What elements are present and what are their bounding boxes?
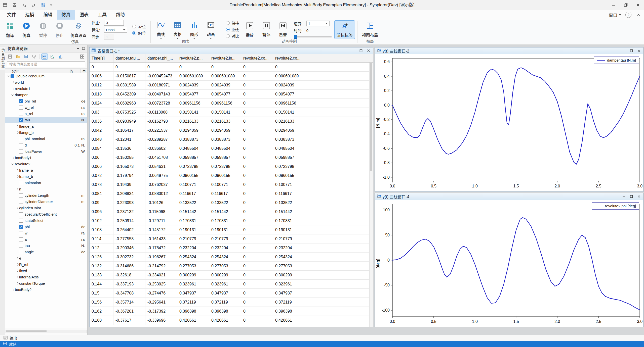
minimize-button[interactable] [350,47,357,54]
variable-checkbox[interactable] [19,237,23,241]
maximize-button[interactable] [628,193,635,200]
tree-item-a[interactable]: ara [5,236,87,242]
table-row[interactable]: 0.12-0.290346-0.1784720.2322040.23220400… [90,243,369,253]
plot-svg[interactable]: 0.00.51.01.52.02.53.00.60.40.20.0-0.2-0.… [375,54,643,191]
sync-input[interactable]: 1 [104,34,114,40]
undo-icon[interactable] [21,2,27,8]
tree-item-frame_a[interactable]: frame_a [5,167,87,173]
expander-icon[interactable] [15,280,19,286]
tree-item-internalAxis[interactable]: internalAxis [5,274,87,280]
expander-icon[interactable] [11,92,15,98]
bits64-radio[interactable]: 64位 [132,30,146,36]
simulation-settings-button[interactable]: 仿真设置 [68,21,89,39]
algorithm-select[interactable]: Dassl [104,27,127,33]
plot-svg[interactable]: 0.00.51.01.52.02.53.0100500-50-100 [375,200,643,327]
expander-icon[interactable] [15,261,19,268]
tree-item-stateSelect[interactable]: stateSelect [5,217,87,224]
variable-checkbox[interactable] [19,106,23,110]
menu-item-仿真[interactable]: 仿真 [57,10,75,20]
column-header[interactable]: damper.tau ... [113,54,145,62]
minimize-button[interactable] [620,47,628,54]
expander-icon[interactable] [11,161,15,167]
table-row[interactable]: 0.102-0.250914-0.1297110.1703310.1703310… [90,216,369,225]
tree-item-R_rel[interactable]: R_rel [5,261,87,268]
variable-checkbox[interactable] [19,193,23,197]
tree-item-phi[interactable]: phide [5,224,87,230]
tree-item-flange_b[interactable]: flange_b [5,129,87,136]
variable-checkbox[interactable] [19,219,23,223]
expander-icon[interactable] [15,129,19,136]
variable-checkbox[interactable] [19,118,23,122]
bar-plot-icon[interactable] [58,54,64,59]
view-layout-button[interactable]: 视图布局 [360,21,380,39]
table-row[interactable]: 0.144-0.337193-0.2539250.3239610.3239610… [90,280,369,289]
expander-icon[interactable] [15,173,19,180]
close-button[interactable] [635,193,643,200]
tree-item-damper[interactable]: damper [5,92,87,98]
cursor-label-button[interactable]: A 游标标签 [335,21,355,39]
panel-horizontal-scrollbar[interactable] [6,330,87,333]
tree-item-fixed[interactable]: fixed [5,268,87,274]
variable-checkbox[interactable] [19,250,23,254]
variable-checkbox[interactable] [19,143,23,147]
table-row[interactable]: 0.072-0.179794-0.06497750.08601550.08601… [90,171,369,180]
variable-checkbox[interactable] [19,99,23,103]
tree-item-w[interactable]: wra [5,230,87,236]
tree-item-phi_nominal[interactable]: phi_nominalra [5,136,87,142]
tree-item-world[interactable]: world [5,79,87,85]
expander-icon[interactable] [15,205,19,211]
table-row[interactable]: 0.162-0.367201-0.3173920.3963980.3963980… [90,307,369,316]
tree-item-DoublePendulum[interactable]: DoublePendulum [5,73,87,79]
column-header[interactable]: revolute2.p... [177,54,209,62]
float-panel-icon[interactable] [82,45,85,53]
table-row[interactable]: 0.156-0.357714-0.2956410.3721190.3721190… [90,298,369,307]
pause-animation-button[interactable]: 暂停 [259,21,274,39]
maximize-button[interactable] [357,47,365,54]
curve-button[interactable]: 曲线 [153,21,169,39]
tree-item-angle[interactable]: anglede [5,249,87,255]
close-button[interactable] [635,47,643,54]
tree-item-frame_b[interactable]: frame_b [5,173,87,180]
table-row[interactable]: 0.018-0.0452309-0.004071430.00540770.005… [90,90,369,99]
table-row[interactable]: 0.078-0.19439-0.07620370.1007710.1007710… [90,180,369,189]
table-vertical-scrollbar[interactable] [369,63,373,327]
table-row[interactable]: 0.042-0.105417-0.02215370.02940590.02940… [90,126,369,135]
variable-checkbox[interactable] [19,181,23,185]
tree-item-tau[interactable]: tauN. [5,242,87,249]
table-row[interactable]: 0.132-0.314686-0.2147920.2770530.2770530… [90,262,369,271]
menu-item-图表[interactable]: 图表 [75,10,93,20]
close-button[interactable] [632,0,644,10]
column-header[interactable]: revolute2.in... [209,54,241,62]
tree-item-revolute2[interactable]: revolute2 [5,161,87,167]
reset-animation-button[interactable]: 重置 [275,21,291,39]
export-result-icon[interactable] [31,54,37,59]
minimize-button[interactable] [608,0,620,10]
scrollbar-thumb[interactable] [370,63,372,171]
table-row[interactable]: 0.168-0.37617-0.3396960.4206610.42066100… [90,316,369,325]
table-row[interactable]: 0.006-0.0150817-0.0004524730.0006010890.… [90,72,369,81]
save-icon[interactable] [12,2,18,8]
redraw-radio[interactable]: 重绘 [226,27,239,32]
scatter-plot-icon[interactable] [50,54,56,59]
tree-item-lossPower[interactable]: lossPowerW [5,148,87,155]
tree-item-tau[interactable]: tauN. [5,117,87,123]
scrollbar-thumb[interactable] [6,330,47,332]
simulation-browser-vertical-tab[interactable]: 仿真浏览器 [0,47,5,70]
new-result-icon[interactable] [7,54,13,59]
variable-checkbox[interactable] [19,244,23,248]
tree-item-constantTorque[interactable]: constantTorque [5,280,87,286]
app-menu-icon[interactable] [2,2,8,8]
help-icon[interactable]: ? [625,12,631,18]
table-row[interactable]: 0.036-0.0903949-0.01627930.02161330.0216… [90,117,369,126]
play-animation-button[interactable]: 播放 [242,21,258,39]
table-row[interactable]: 0.012-0.0301589-0.001809710.00240390.002… [90,81,369,90]
tree-item-w_rel[interactable]: w_relra [5,104,87,111]
animation-button[interactable]: 动画 [203,21,219,39]
table-row[interactable]: 0.024-0.0602963-0.007237280.009611560.00… [90,99,369,108]
table-row[interactable]: 0.114-0.277558-0.1614330.2107790.2107790… [90,234,369,243]
tree-item-boxBody1[interactable]: boxBody1 [5,155,87,161]
redo-icon[interactable] [31,2,37,8]
stop-time-input[interactable]: 3 [104,20,124,26]
table-row[interactable]: 0.054-0.13536-0.0366020.04855040.0485504… [90,144,369,153]
tree-item-n[interactable]: n [5,186,87,192]
